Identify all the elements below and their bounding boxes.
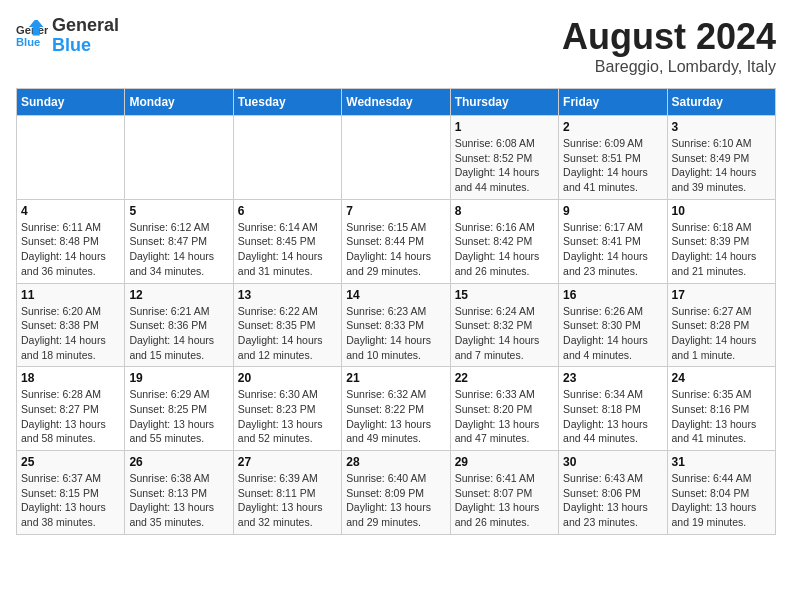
calendar-cell: 28Sunrise: 6:40 AM Sunset: 8:09 PM Dayli… <box>342 451 450 535</box>
cell-info: Sunrise: 6:44 AM Sunset: 8:04 PM Dayligh… <box>672 471 771 530</box>
cell-info: Sunrise: 6:30 AM Sunset: 8:23 PM Dayligh… <box>238 387 337 446</box>
cell-info: Sunrise: 6:16 AM Sunset: 8:42 PM Dayligh… <box>455 220 554 279</box>
calendar-subtitle: Bareggio, Lombardy, Italy <box>562 58 776 76</box>
calendar-cell: 19Sunrise: 6:29 AM Sunset: 8:25 PM Dayli… <box>125 367 233 451</box>
cell-date: 17 <box>672 288 771 302</box>
cell-info: Sunrise: 6:23 AM Sunset: 8:33 PM Dayligh… <box>346 304 445 363</box>
cell-info: Sunrise: 6:40 AM Sunset: 8:09 PM Dayligh… <box>346 471 445 530</box>
calendar-cell: 4Sunrise: 6:11 AM Sunset: 8:48 PM Daylig… <box>17 199 125 283</box>
header-day-wednesday: Wednesday <box>342 89 450 116</box>
cell-date: 26 <box>129 455 228 469</box>
cell-info: Sunrise: 6:18 AM Sunset: 8:39 PM Dayligh… <box>672 220 771 279</box>
cell-info: Sunrise: 6:26 AM Sunset: 8:30 PM Dayligh… <box>563 304 662 363</box>
logo-icon: General Blue <box>16 20 48 52</box>
cell-date: 31 <box>672 455 771 469</box>
cell-info: Sunrise: 6:17 AM Sunset: 8:41 PM Dayligh… <box>563 220 662 279</box>
calendar-cell: 24Sunrise: 6:35 AM Sunset: 8:16 PM Dayli… <box>667 367 775 451</box>
week-row-1: 1Sunrise: 6:08 AM Sunset: 8:52 PM Daylig… <box>17 116 776 200</box>
header-day-sunday: Sunday <box>17 89 125 116</box>
calendar-cell: 17Sunrise: 6:27 AM Sunset: 8:28 PM Dayli… <box>667 283 775 367</box>
cell-date: 14 <box>346 288 445 302</box>
week-row-4: 18Sunrise: 6:28 AM Sunset: 8:27 PM Dayli… <box>17 367 776 451</box>
cell-date: 16 <box>563 288 662 302</box>
calendar-cell: 8Sunrise: 6:16 AM Sunset: 8:42 PM Daylig… <box>450 199 558 283</box>
cell-info: Sunrise: 6:08 AM Sunset: 8:52 PM Dayligh… <box>455 136 554 195</box>
header-day-saturday: Saturday <box>667 89 775 116</box>
cell-date: 5 <box>129 204 228 218</box>
cell-date: 4 <box>21 204 120 218</box>
calendar-cell <box>233 116 341 200</box>
calendar-cell <box>17 116 125 200</box>
logo: General Blue General Blue <box>16 16 119 56</box>
title-area: August 2024 Bareggio, Lombardy, Italy <box>562 16 776 76</box>
calendar-cell: 30Sunrise: 6:43 AM Sunset: 8:06 PM Dayli… <box>559 451 667 535</box>
cell-date: 6 <box>238 204 337 218</box>
calendar-cell: 29Sunrise: 6:41 AM Sunset: 8:07 PM Dayli… <box>450 451 558 535</box>
cell-date: 28 <box>346 455 445 469</box>
calendar-cell: 18Sunrise: 6:28 AM Sunset: 8:27 PM Dayli… <box>17 367 125 451</box>
cell-info: Sunrise: 6:43 AM Sunset: 8:06 PM Dayligh… <box>563 471 662 530</box>
cell-info: Sunrise: 6:20 AM Sunset: 8:38 PM Dayligh… <box>21 304 120 363</box>
cell-info: Sunrise: 6:35 AM Sunset: 8:16 PM Dayligh… <box>672 387 771 446</box>
calendar-cell: 9Sunrise: 6:17 AM Sunset: 8:41 PM Daylig… <box>559 199 667 283</box>
cell-date: 15 <box>455 288 554 302</box>
cell-date: 11 <box>21 288 120 302</box>
cell-date: 10 <box>672 204 771 218</box>
cell-info: Sunrise: 6:29 AM Sunset: 8:25 PM Dayligh… <box>129 387 228 446</box>
cell-date: 25 <box>21 455 120 469</box>
calendar-cell: 7Sunrise: 6:15 AM Sunset: 8:44 PM Daylig… <box>342 199 450 283</box>
cell-info: Sunrise: 6:28 AM Sunset: 8:27 PM Dayligh… <box>21 387 120 446</box>
calendar-cell: 26Sunrise: 6:38 AM Sunset: 8:13 PM Dayli… <box>125 451 233 535</box>
calendar-cell: 6Sunrise: 6:14 AM Sunset: 8:45 PM Daylig… <box>233 199 341 283</box>
cell-date: 29 <box>455 455 554 469</box>
calendar-cell: 20Sunrise: 6:30 AM Sunset: 8:23 PM Dayli… <box>233 367 341 451</box>
cell-info: Sunrise: 6:39 AM Sunset: 8:11 PM Dayligh… <box>238 471 337 530</box>
cell-info: Sunrise: 6:34 AM Sunset: 8:18 PM Dayligh… <box>563 387 662 446</box>
header-day-monday: Monday <box>125 89 233 116</box>
cell-date: 21 <box>346 371 445 385</box>
cell-info: Sunrise: 6:22 AM Sunset: 8:35 PM Dayligh… <box>238 304 337 363</box>
cell-info: Sunrise: 6:10 AM Sunset: 8:49 PM Dayligh… <box>672 136 771 195</box>
header-day-thursday: Thursday <box>450 89 558 116</box>
calendar-cell: 16Sunrise: 6:26 AM Sunset: 8:30 PM Dayli… <box>559 283 667 367</box>
cell-date: 12 <box>129 288 228 302</box>
logo-text: General Blue <box>52 16 119 56</box>
cell-date: 8 <box>455 204 554 218</box>
calendar-cell: 10Sunrise: 6:18 AM Sunset: 8:39 PM Dayli… <box>667 199 775 283</box>
logo-blue: Blue <box>52 36 119 56</box>
cell-info: Sunrise: 6:15 AM Sunset: 8:44 PM Dayligh… <box>346 220 445 279</box>
cell-info: Sunrise: 6:12 AM Sunset: 8:47 PM Dayligh… <box>129 220 228 279</box>
calendar-body: 1Sunrise: 6:08 AM Sunset: 8:52 PM Daylig… <box>17 116 776 535</box>
calendar-cell: 13Sunrise: 6:22 AM Sunset: 8:35 PM Dayli… <box>233 283 341 367</box>
cell-info: Sunrise: 6:33 AM Sunset: 8:20 PM Dayligh… <box>455 387 554 446</box>
cell-date: 9 <box>563 204 662 218</box>
calendar-cell: 21Sunrise: 6:32 AM Sunset: 8:22 PM Dayli… <box>342 367 450 451</box>
page-header: General Blue General Blue August 2024 Ba… <box>16 16 776 76</box>
calendar-cell: 25Sunrise: 6:37 AM Sunset: 8:15 PM Dayli… <box>17 451 125 535</box>
header-day-friday: Friday <box>559 89 667 116</box>
cell-info: Sunrise: 6:11 AM Sunset: 8:48 PM Dayligh… <box>21 220 120 279</box>
calendar-cell: 2Sunrise: 6:09 AM Sunset: 8:51 PM Daylig… <box>559 116 667 200</box>
calendar-cell: 5Sunrise: 6:12 AM Sunset: 8:47 PM Daylig… <box>125 199 233 283</box>
cell-date: 1 <box>455 120 554 134</box>
calendar-cell: 31Sunrise: 6:44 AM Sunset: 8:04 PM Dayli… <box>667 451 775 535</box>
cell-info: Sunrise: 6:14 AM Sunset: 8:45 PM Dayligh… <box>238 220 337 279</box>
cell-info: Sunrise: 6:21 AM Sunset: 8:36 PM Dayligh… <box>129 304 228 363</box>
week-row-3: 11Sunrise: 6:20 AM Sunset: 8:38 PM Dayli… <box>17 283 776 367</box>
cell-date: 3 <box>672 120 771 134</box>
cell-info: Sunrise: 6:24 AM Sunset: 8:32 PM Dayligh… <box>455 304 554 363</box>
header-day-tuesday: Tuesday <box>233 89 341 116</box>
cell-date: 19 <box>129 371 228 385</box>
cell-info: Sunrise: 6:41 AM Sunset: 8:07 PM Dayligh… <box>455 471 554 530</box>
cell-date: 13 <box>238 288 337 302</box>
week-row-5: 25Sunrise: 6:37 AM Sunset: 8:15 PM Dayli… <box>17 451 776 535</box>
calendar-cell <box>125 116 233 200</box>
cell-info: Sunrise: 6:09 AM Sunset: 8:51 PM Dayligh… <box>563 136 662 195</box>
cell-date: 23 <box>563 371 662 385</box>
calendar-cell: 23Sunrise: 6:34 AM Sunset: 8:18 PM Dayli… <box>559 367 667 451</box>
cell-date: 2 <box>563 120 662 134</box>
cell-info: Sunrise: 6:38 AM Sunset: 8:13 PM Dayligh… <box>129 471 228 530</box>
calendar-title: August 2024 <box>562 16 776 58</box>
cell-date: 7 <box>346 204 445 218</box>
cell-info: Sunrise: 6:32 AM Sunset: 8:22 PM Dayligh… <box>346 387 445 446</box>
